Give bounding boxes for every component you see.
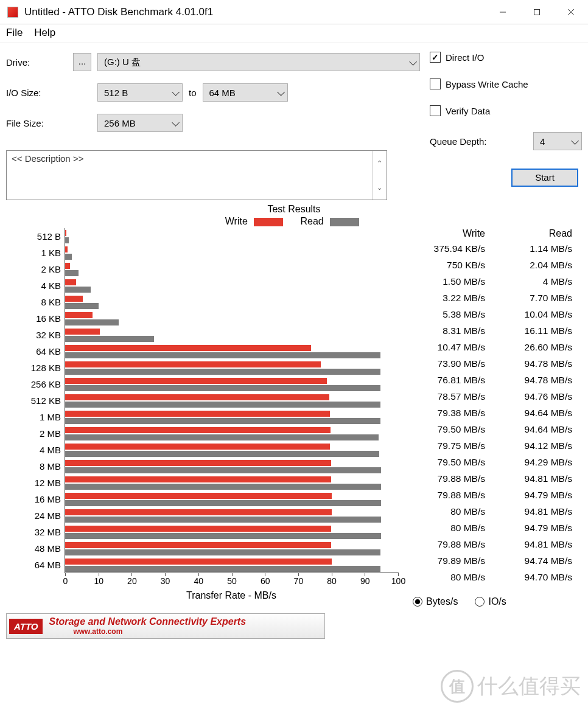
- radio-bytes-label: Bytes/s: [426, 596, 458, 607]
- bar-write: [65, 296, 83, 302]
- radio-io[interactable]: IO/s: [475, 596, 506, 607]
- maximize-button[interactable]: [520, 0, 554, 24]
- cell-write: 10.47 MB/s: [408, 342, 495, 353]
- svg-rect-1: [534, 9, 540, 15]
- chart-ylabel: 2 KB: [6, 261, 65, 277]
- table-row: 79.88 MB/s94.79 MB/s: [408, 487, 582, 503]
- cell-read: 94.78 MB/s: [495, 358, 582, 369]
- chart-ylabel: 64 KB: [6, 343, 65, 360]
- results-chart: 512 B1 KB2 KB4 KB8 KB16 KB32 KB64 KB128 …: [6, 228, 398, 573]
- chart-ylabel: 12 MB: [6, 475, 65, 491]
- table-row: 8.31 MB/s16.11 MB/s: [408, 322, 582, 339]
- table-row: 79.89 MB/s94.74 MB/s: [408, 552, 582, 569]
- chart-bar-row: [65, 310, 398, 327]
- bar-write: [65, 279, 76, 285]
- bar-write: [65, 378, 327, 384]
- chart-xtick: 20: [131, 573, 132, 576]
- cell-write: 79.50 MB/s: [408, 457, 495, 468]
- chevron-down-icon: [172, 118, 177, 128]
- bar-write: [65, 312, 93, 318]
- cell-read: 94.81 MB/s: [495, 506, 582, 517]
- bar-write: [65, 476, 331, 482]
- cell-read: 94.29 MB/s: [495, 457, 582, 468]
- cell-write: 79.38 MB/s: [408, 408, 495, 419]
- table-row: 375.94 KB/s1.14 MB/s: [408, 240, 582, 257]
- chart-bar-row: [65, 245, 398, 261]
- checkbox-icon: [430, 52, 441, 63]
- chart-bar-row: [65, 442, 398, 458]
- iosize-from-select[interactable]: 512 B: [97, 83, 183, 102]
- chart-ylabel: 32 KB: [6, 327, 65, 343]
- checkbox-icon: [430, 78, 441, 89]
- chevron-down-icon: [277, 88, 282, 98]
- bar-write: [65, 246, 68, 252]
- bar-read: [65, 402, 380, 408]
- chart-bar-row: [65, 507, 398, 524]
- cell-read: 94.64 MB/s: [495, 408, 582, 419]
- bar-read: [65, 467, 381, 473]
- chart-ylabel: 8 KB: [6, 294, 65, 310]
- menubar: File Help: [0, 24, 588, 43]
- drive-browse-button[interactable]: ...: [73, 53, 91, 71]
- chart-bar-row: [65, 261, 398, 277]
- radio-icon: [475, 597, 485, 607]
- chart-bar-row: [65, 360, 398, 376]
- iosize-to-select[interactable]: 64 MB: [203, 83, 288, 102]
- verify-checkbox[interactable]: Verify Data: [430, 105, 582, 116]
- checkbox-icon: [430, 105, 441, 116]
- table-row: 73.90 MB/s94.78 MB/s: [408, 355, 582, 372]
- chevron-down-icon[interactable]: ⌄: [373, 175, 387, 200]
- chart-bar-row: [65, 343, 398, 360]
- directio-checkbox[interactable]: Direct I/O: [430, 52, 582, 63]
- bar-write: [65, 427, 331, 433]
- table-row: 80 MB/s94.81 MB/s: [408, 503, 582, 520]
- bar-write: [65, 559, 332, 565]
- drive-select[interactable]: (G:) U 盘: [97, 53, 420, 71]
- atto-banner[interactable]: ATTO Storage and Network Connectivity Ex…: [6, 613, 325, 639]
- cell-read: 4 MB/s: [495, 276, 582, 287]
- table-row: 3.22 MB/s7.70 MB/s: [408, 290, 582, 306]
- chart-ylabel: 24 MB: [6, 507, 65, 524]
- chart-bar-row: [65, 475, 398, 491]
- bar-read: [65, 237, 69, 243]
- cell-write: 8.31 MB/s: [408, 325, 495, 336]
- cell-read: 2.04 MB/s: [495, 260, 582, 271]
- chart-xtick: 0: [65, 573, 66, 576]
- cell-write: 375.94 KB/s: [408, 243, 495, 254]
- banner-text: Storage and Network Connectivity Experts: [49, 616, 246, 627]
- description-box[interactable]: << Description >> ⌃ ⌄: [6, 150, 387, 200]
- bar-read: [65, 566, 380, 572]
- queuedepth-select[interactable]: 4: [533, 132, 582, 150]
- chart-xtick: 40: [198, 573, 199, 576]
- cell-read: 10.04 MB/s: [495, 309, 582, 320]
- results-title: Test Results: [6, 204, 582, 215]
- close-button[interactable]: [554, 0, 588, 24]
- table-row: 79.88 MB/s94.81 MB/s: [408, 536, 582, 552]
- legend-write-label: Write: [225, 216, 248, 226]
- bar-read: [65, 270, 79, 276]
- table-row: 79.38 MB/s94.64 MB/s: [408, 405, 582, 421]
- bar-read: [65, 352, 380, 358]
- legend-read-label: Read: [301, 216, 324, 226]
- cell-read: 94.81 MB/s: [495, 539, 582, 550]
- table-row: 78.57 MB/s94.76 MB/s: [408, 388, 582, 405]
- chart-bar-row: [65, 294, 398, 310]
- bar-read: [65, 500, 381, 506]
- bypass-checkbox[interactable]: Bypass Write Cache: [430, 78, 582, 89]
- filesize-select[interactable]: 256 MB: [97, 114, 183, 132]
- cell-read: 94.12 MB/s: [495, 440, 582, 451]
- radio-bytes[interactable]: Bytes/s: [413, 596, 458, 607]
- table-row: 750 KB/s2.04 MB/s: [408, 257, 582, 273]
- table-row: 80 MB/s94.79 MB/s: [408, 520, 582, 536]
- minimize-button[interactable]: [486, 0, 520, 24]
- bar-read: [65, 254, 72, 260]
- menu-help[interactable]: Help: [34, 27, 55, 38]
- bar-write: [65, 493, 332, 499]
- chart-xtick: 90: [365, 573, 365, 576]
- start-button[interactable]: Start: [511, 169, 578, 187]
- menu-file[interactable]: File: [6, 27, 23, 38]
- table-row: 79.50 MB/s94.64 MB/s: [408, 421, 582, 437]
- table-row: 76.81 MB/s94.78 MB/s: [408, 372, 582, 388]
- description-scroll[interactable]: ⌃ ⌄: [372, 151, 387, 200]
- chevron-up-icon[interactable]: ⌃: [373, 151, 387, 175]
